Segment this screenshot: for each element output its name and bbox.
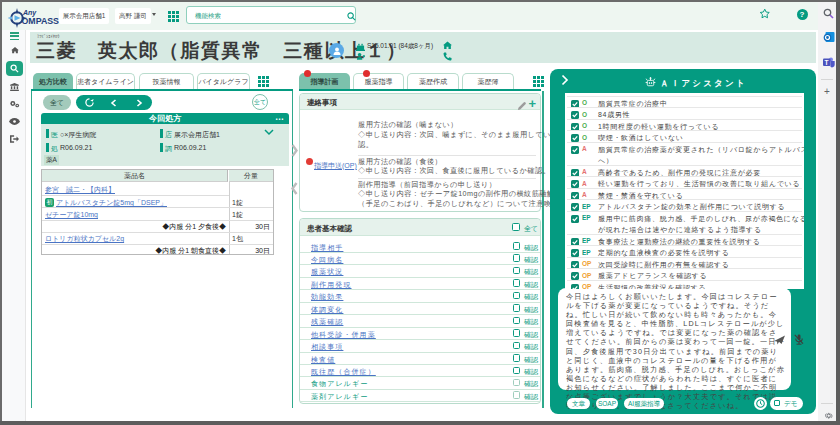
svg-text:OMPASS: OMPASS [22,16,60,26]
svg-text:T: T [825,59,829,66]
